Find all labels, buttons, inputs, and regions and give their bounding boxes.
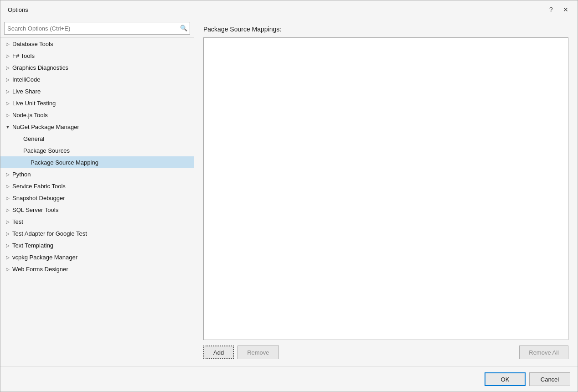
tree-item-sql-server-tools[interactable]: ▷ SQL Server Tools [0, 204, 194, 216]
tree-item-label: Database Tools [12, 41, 53, 47]
tree-item-label: NuGet Package Manager [12, 124, 79, 130]
expand-icon: ▷ [4, 182, 11, 190]
add-button[interactable]: Add [203, 346, 234, 359]
help-button[interactable]: ? [545, 4, 557, 15]
tree-item-test[interactable]: ▷ Test [0, 216, 194, 227]
expand-icon [22, 159, 30, 166]
tree-item-python[interactable]: ▷ Python [0, 168, 194, 180]
left-panel: 🔍 ▷ Database Tools ▷ F# Tools ▷ Graphics… [0, 18, 194, 366]
tree-item-label: Web Forms Designer [12, 266, 68, 273]
close-button[interactable]: ✕ [559, 4, 572, 15]
expand-icon: ▷ [4, 111, 11, 119]
tree-item-nuget-general[interactable]: General [0, 133, 194, 144]
tree-item-package-source-mapping[interactable]: Package Source Mapping [0, 156, 194, 168]
tree-item-test-adapter-google[interactable]: ▷ Test Adapter for Google Test [0, 227, 194, 239]
expand-icon: ▷ [4, 218, 11, 225]
tree-item-nuget-package-manager[interactable]: ▼ NuGet Package Manager [0, 121, 194, 133]
titlebar-buttons: ? ✕ [545, 4, 572, 15]
tree-item-label: General [23, 135, 44, 142]
expand-icon: ▷ [4, 265, 11, 273]
tree-item-label: Python [12, 171, 31, 178]
titlebar: Options ? ✕ [0, 0, 578, 18]
main-content: 🔍 ▷ Database Tools ▷ F# Tools ▷ Graphics… [0, 18, 578, 366]
tree-item-text-templating[interactable]: ▷ Text Templating [0, 239, 194, 251]
tree-item-package-sources[interactable]: Package Sources [0, 144, 194, 156]
tree-item-label: Package Sources [23, 147, 70, 154]
ok-button[interactable]: OK [485, 372, 526, 386]
expand-icon: ▷ [4, 40, 11, 47]
tree-item-live-unit-testing[interactable]: ▷ Live Unit Testing [0, 97, 194, 109]
tree-item-graphics-diagnostics[interactable]: ▷ Graphics Diagnostics [0, 62, 194, 73]
expand-icon: ▷ [4, 52, 11, 59]
tree-item-intellicode[interactable]: ▷ IntelliCode [0, 73, 194, 85]
tree-item-label: Text Templating [12, 242, 53, 249]
expand-icon: ▷ [4, 64, 11, 71]
expand-icon [15, 135, 22, 142]
expand-icon: ▷ [4, 253, 11, 261]
expand-icon: ▷ [4, 170, 11, 178]
tree-item-live-share[interactable]: ▷ Live Share [0, 85, 194, 97]
tree-item-label: Node.js Tools [12, 112, 48, 119]
expand-icon: ▷ [4, 99, 11, 107]
expand-icon: ▷ [4, 88, 11, 95]
tree-item-label: Package Source Mapping [31, 159, 98, 166]
expand-icon: ▷ [4, 242, 11, 249]
tree-item-vcpkg-package-manager[interactable]: ▷ vcpkg Package Manager [0, 251, 194, 263]
expand-icon: ▷ [4, 206, 11, 213]
tree-item-label: vcpkg Package Manager [12, 254, 77, 261]
expand-icon [15, 147, 22, 154]
tree-item-label: Test [12, 218, 23, 225]
tree-item-label: IntelliCode [12, 76, 40, 83]
tree-item-label: Service Fabric Tools [12, 183, 66, 190]
search-container: 🔍 [0, 18, 194, 38]
expand-icon: ▼ [4, 123, 11, 130]
dialog-title: Options [8, 6, 28, 13]
tree-item-nodejs-tools[interactable]: ▷ Node.js Tools [0, 109, 194, 121]
tree-item-label: Test Adapter for Google Test [12, 230, 87, 237]
expand-icon: ▷ [4, 194, 11, 201]
options-dialog: Options ? ✕ 🔍 ▷ Database Tools ▷ F# [0, 0, 578, 392]
cancel-button[interactable]: Cancel [529, 372, 570, 386]
tree-item-label: Live Unit Testing [12, 100, 56, 107]
footer: OK Cancel [0, 366, 578, 392]
right-panel: Package Source Mappings: Add Remove Remo… [194, 18, 578, 366]
tree-item-label: SQL Server Tools [12, 206, 58, 213]
remove-all-button[interactable]: Remove All [519, 346, 568, 359]
search-input[interactable] [4, 22, 190, 35]
expand-icon: ▷ [4, 76, 11, 83]
tree-item-label: F# Tools [12, 52, 35, 59]
remove-button[interactable]: Remove [237, 346, 279, 359]
tree-item-fsharp-tools[interactable]: ▷ F# Tools [0, 50, 194, 62]
tree-item-service-fabric-tools[interactable]: ▷ Service Fabric Tools [0, 180, 194, 192]
tree-container[interactable]: ▷ Database Tools ▷ F# Tools ▷ Graphics D… [0, 38, 194, 366]
tree-item-snapshot-debugger[interactable]: ▷ Snapshot Debugger [0, 192, 194, 204]
tree-item-label: Graphics Diagnostics [12, 64, 68, 71]
tree-item-database-tools[interactable]: ▷ Database Tools [0, 38, 194, 50]
tree-item-web-forms-designer[interactable]: ▷ Web Forms Designer [0, 263, 194, 275]
mappings-listbox[interactable] [203, 37, 568, 340]
tree-item-label: Snapshot Debugger [12, 195, 65, 201]
expand-icon: ▷ [4, 230, 11, 237]
action-buttons: Add Remove Remove All [203, 346, 568, 359]
panel-title: Package Source Mappings: [203, 26, 568, 33]
tree-item-label: Live Share [12, 88, 41, 95]
